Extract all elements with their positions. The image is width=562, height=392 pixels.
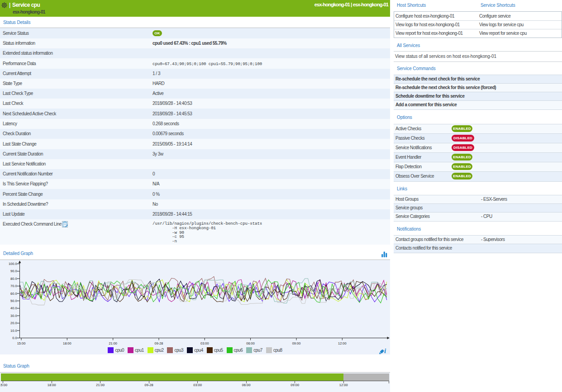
- svg-text:100.0: 100.0: [9, 262, 17, 266]
- svg-text:70.0: 70.0: [10, 284, 17, 288]
- svg-text:18:00: 18:00: [63, 341, 71, 345]
- svg-text:50.0: 50.0: [10, 299, 17, 303]
- svg-text:60.0: 60.0: [10, 292, 17, 296]
- svg-text:40.0: 40.0: [10, 306, 17, 310]
- svg-text:06:00: 06:00: [246, 341, 255, 345]
- svg-text:30.0: 30.0: [10, 314, 17, 318]
- svg-text:20.0: 20.0: [10, 321, 17, 325]
- svg-text:15:00: 15:00: [17, 341, 26, 345]
- svg-text:12:00: 12:00: [338, 341, 347, 345]
- svg-text:80.0: 80.0: [10, 277, 17, 281]
- svg-text:09-28: 09-28: [155, 341, 163, 345]
- svg-text:21:00: 21:00: [109, 341, 117, 345]
- svg-text:09:00: 09:00: [292, 341, 301, 345]
- svg-text:90.0: 90.0: [10, 269, 17, 273]
- svg-text:03:00: 03:00: [200, 341, 209, 345]
- svg-text:0.0: 0.0: [12, 336, 17, 340]
- svg-text:10.0: 10.0: [10, 329, 17, 333]
